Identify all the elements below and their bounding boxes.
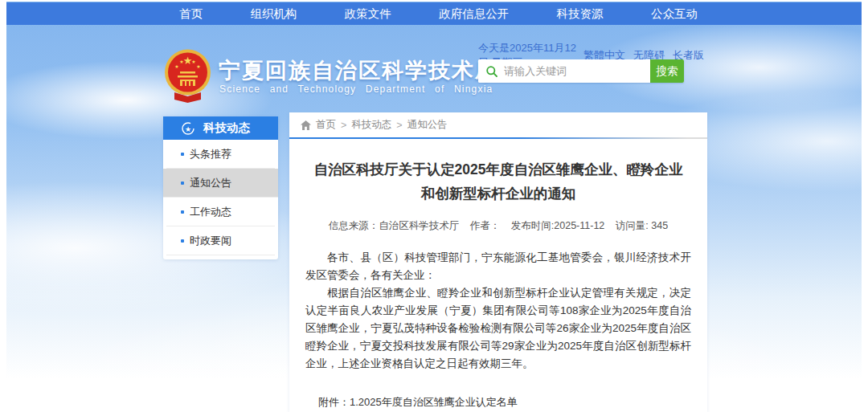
nav-item-organization[interactable]: 组织机构	[250, 6, 297, 22]
article-title: 自治区科技厅关于认定2025年度自治区雏鹰企业、瞪羚企业 和创新型标杆企业的通知	[289, 157, 707, 206]
sidebar: ★ 科技动态 头条推荐 通知公告 工作动态 时政要闻	[163, 116, 278, 259]
sidebar-item-label: 工作动态	[190, 205, 231, 219]
attachments: 附件： 1.2025年度自治区雏鹰企业认定名单 2.2025年度自治区瞪羚企业认…	[318, 394, 707, 412]
bullet-icon	[181, 182, 184, 185]
article-title-line2: 和创新型标杆企业的通知	[289, 182, 707, 206]
nav-items: 首页 组织机构 政策文件 政府信息公开 科技资源 公众互动	[179, 6, 698, 22]
sidebar-item-label: 时政要闻	[190, 234, 231, 248]
svg-text:★: ★	[191, 59, 195, 64]
article-meta: 信息来源：自治区科学技术厅 作者： 发布时间:2025-11-12 访问量: 3…	[289, 219, 707, 233]
sci-tech-news-icon: ★	[181, 121, 195, 136]
breadcrumb-sci-tech-news[interactable]: 科技动态	[351, 118, 391, 132]
meta-publish-date: 发布时间:2025-11-12	[511, 220, 605, 231]
nav-item-gov-info-disclosure[interactable]: 政府信息公开	[439, 6, 509, 22]
search-button[interactable]: 搜索	[650, 59, 684, 83]
bullet-icon	[181, 239, 184, 243]
nav-item-sci-tech-resources[interactable]: 科技资源	[557, 6, 604, 22]
svg-text:★: ★	[179, 59, 183, 64]
meta-visit-count: 访问量: 345	[616, 220, 668, 231]
breadcrumb: 首页 > 科技动态 > 通知公告	[289, 112, 707, 139]
article-body: 各市、县（区）科技管理部门，宁东能源化工基地管委会，银川经济技术开发区管委会，各…	[305, 249, 691, 373]
sidebar-item-work-updates[interactable]: 工作动态	[166, 198, 275, 226]
site-title: 宁夏回族自治区科学技术厅	[219, 56, 498, 85]
breadcrumb-home[interactable]: 首页	[316, 118, 336, 132]
nav-item-public-interaction[interactable]: 公众互动	[651, 6, 698, 22]
meta-source: 信息来源：自治区科学技术厅	[329, 220, 460, 231]
search-input-wrap	[478, 59, 650, 83]
sidebar-title: 科技动态	[203, 120, 250, 136]
national-emblem-logo[interactable]: ★ ★ ★ ★ ★	[162, 48, 213, 106]
svg-text:★: ★	[185, 124, 191, 133]
attachment-link-1[interactable]: 1.2025年度自治区雏鹰企业认定名单	[350, 394, 549, 410]
breadcrumb-notices[interactable]: 通知公告	[407, 118, 448, 132]
search-input[interactable]	[504, 65, 650, 77]
site-subtitle-en: Science and Technology Department of Nin…	[219, 84, 493, 95]
attachment-list: 1.2025年度自治区雏鹰企业认定名单 2.2025年度自治区瞪羚企业认定名单 …	[350, 394, 549, 412]
sidebar-item-label: 通知公告	[190, 176, 231, 190]
article-paragraph: 根据自治区雏鹰企业、瞪羚企业和创新型标杆企业认定管理有关规定，决定认定半亩良人农…	[305, 284, 691, 373]
search-bar: 搜索	[478, 59, 684, 83]
attachments-label: 附件：	[318, 394, 350, 412]
bullet-icon	[181, 153, 184, 156]
sidebar-item-current-politics[interactable]: 时政要闻	[166, 226, 275, 255]
content-panel: 首页 > 科技动态 > 通知公告 自治区科技厅关于认定2025年度自治区雏鹰企业…	[289, 112, 707, 412]
article-title-line1: 自治区科技厅关于认定2025年度自治区雏鹰企业、瞪羚企业	[289, 157, 707, 182]
meta-author: 作者：	[470, 220, 501, 231]
nav-item-home[interactable]: 首页	[179, 6, 203, 22]
sidebar-header: ★ 科技动态	[163, 116, 278, 140]
sidebar-item-notices[interactable]: 通知公告	[163, 169, 278, 198]
sidebar-item-label: 头条推荐	[190, 147, 231, 161]
home-icon	[301, 120, 311, 130]
sidebar-item-headline-recommend[interactable]: 头条推荐	[166, 140, 275, 169]
nav-item-policy-documents[interactable]: 政策文件	[345, 6, 391, 22]
svg-text:★: ★	[196, 64, 200, 69]
breadcrumb-separator: >	[396, 120, 402, 131]
bullet-icon	[181, 210, 184, 214]
article-paragraph: 各市、县（区）科技管理部门，宁东能源化工基地管委会，银川经济技术开发区管委会，各…	[305, 249, 691, 284]
breadcrumb-separator: >	[341, 120, 346, 131]
svg-text:★: ★	[174, 64, 178, 69]
page: 首页 组织机构 政策文件 政府信息公开 科技资源 公众互动 ★ ★ ★ ★ ★ …	[0, 0, 868, 412]
top-navigation: 首页 组织机构 政策文件 政府信息公开 科技资源 公众互动	[6, 2, 862, 25]
search-icon	[485, 65, 498, 78]
